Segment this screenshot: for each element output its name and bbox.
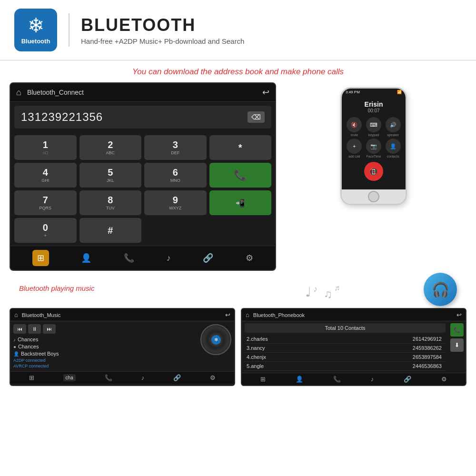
key-3[interactable]: 3DEF	[144, 135, 207, 160]
nav-phone-icon[interactable]: 📞	[124, 253, 134, 263]
phonebook-car-screen: ⌂ Bluetooth_Phonebook ↩ Total 10 Contact…	[241, 308, 466, 386]
call-button[interactable]: 📞	[209, 163, 272, 188]
phonebook-action-buttons: 📞 ⬇	[448, 321, 466, 373]
caller-info: Erisin 00:07	[346, 100, 402, 113]
music-note-4-icon: ♬	[334, 284, 340, 292]
music-bottom-nav: ⊞ cha 📞 ♪ 🔗 ⚙	[10, 371, 234, 384]
pb-home-icon[interactable]: ⌂	[246, 311, 249, 318]
pb-back-icon[interactable]: ↩	[456, 311, 462, 318]
track-1-row: ♪ Chances	[13, 337, 198, 342]
nav-grid-icon[interactable]: ⊞	[32, 250, 49, 266]
keypad: 1○□ 2ABC 3DEF * 4GHI 5JKL 6MNO 📞 7PQRS 8…	[10, 132, 275, 246]
music-notes-decoration: ♩ ♪ ♫ ♬	[221, 282, 424, 298]
bottom-section: ⌂ Bluetooth_Music ↩ ⏮ ⏸ ⏭ ♪ Chances	[0, 308, 476, 386]
header: ❄ Bluetooth BLUETOOTH Hand-free +A2DP Mu…	[0, 0, 476, 60]
artist-name: Backstreet Boys	[21, 351, 59, 357]
bottom-subtitle: Bluetooth playing music	[10, 284, 221, 292]
mute-button[interactable]: 🔇	[347, 117, 362, 132]
artist-row: 👤 Backstreet Boys	[13, 351, 198, 357]
back-icon[interactable]: ↩	[262, 87, 269, 98]
decoration-row: Bluetooth playing music ♩ ♪ ♫ ♬ 🎧	[0, 271, 476, 308]
track1-note-icon: ♪	[13, 337, 16, 342]
facetime-button[interactable]: 📷	[366, 139, 381, 154]
pb-nav-phone-icon[interactable]: 📞	[333, 376, 341, 383]
phone-number-display: 131239221356	[21, 110, 103, 124]
track1-name: Chances	[18, 337, 38, 342]
music-nav-link-icon[interactable]: 🔗	[173, 374, 181, 381]
home-icon[interactable]: ⌂	[16, 88, 21, 98]
key-5[interactable]: 5JKL	[79, 163, 142, 188]
play-pause-button[interactable]: ⏸	[28, 324, 41, 334]
music-search-input[interactable]: cha	[63, 374, 76, 381]
logo-label: Bluetooth	[21, 38, 50, 45]
page-title: BLUETOOTH	[81, 15, 244, 35]
key-9[interactable]: 9WXYZ	[144, 190, 207, 215]
pb-nav-music-icon[interactable]: ♪	[371, 376, 374, 383]
key-2[interactable]: 2ABC	[79, 135, 142, 160]
top-subtitle: You can download the address book and ma…	[0, 60, 476, 80]
main-screen-bottom-nav: ⊞ 👤 📞 ♪ 🔗 ⚙	[10, 246, 275, 270]
pb-nav-settings-icon[interactable]: ⚙	[441, 376, 447, 383]
header-subtitle: Hand-free +A2DP Music+ Pb-download and S…	[81, 37, 244, 45]
contact-row-1[interactable]: 2.charles 2614296912	[245, 335, 446, 344]
delete-button[interactable]: ⌫	[248, 111, 265, 123]
key-7[interactable]: 7PQRS	[14, 190, 77, 215]
music-home-icon[interactable]: ⌂	[14, 311, 18, 318]
call-timer: 00:07	[346, 108, 402, 113]
nav-settings-icon[interactable]: ⚙	[246, 253, 253, 263]
next-button[interactable]: ⏭	[43, 324, 56, 334]
pb-download-button[interactable]: ⬇	[450, 338, 464, 352]
prev-button[interactable]: ⏮	[13, 324, 26, 334]
phonebook-bottom-nav: ⊞ 👤 📞 ♪ 🔗 ⚙	[242, 373, 466, 385]
phone-home-bar	[342, 189, 406, 204]
key-0[interactable]: 0+	[14, 218, 77, 243]
contact-row-2[interactable]: 3.nancy 2459386262	[245, 344, 446, 353]
phonebook-screen-wrap: ⌂ Bluetooth_Phonebook ↩ Total 10 Contact…	[241, 308, 466, 386]
phone-mockup: 3:49 PM 📶 Erisin 00:07 🔇mute ⌨keypad 🔊sp…	[340, 87, 407, 205]
end-call-button[interactable]: 📵	[364, 162, 383, 181]
key-8[interactable]: 8TUV	[79, 190, 142, 215]
music-nav-settings-icon[interactable]: ⚙	[210, 374, 216, 381]
add-call-button[interactable]: +	[347, 139, 362, 154]
pb-nav-link-icon[interactable]: 🔗	[404, 376, 411, 383]
nav-music-icon[interactable]: ♪	[167, 253, 171, 263]
phone-time: 3:49 PM	[346, 90, 360, 94]
nav-contact-icon[interactable]: 👤	[81, 253, 91, 263]
pb-call-button[interactable]: 📞	[450, 323, 464, 337]
phonebook-list: Total 10 Contacts 2.charles 2614296912 3…	[242, 321, 448, 373]
phonebook-content-area: Total 10 Contacts 2.charles 2614296912 3…	[242, 321, 466, 373]
music-back-icon[interactable]: ↩	[225, 311, 230, 318]
key-1[interactable]: 1○□	[14, 135, 77, 160]
nav-link-icon[interactable]: 🔗	[203, 253, 213, 263]
keypad-button[interactable]: ⌨	[366, 117, 381, 132]
key-4[interactable]: 4GHI	[14, 163, 77, 188]
music-screen-title: Bluetooth_Music	[22, 312, 225, 318]
music-nav-grid-icon[interactable]: ⊞	[29, 374, 34, 381]
music-car-screen: ⌂ Bluetooth_Music ↩ ⏮ ⏸ ⏭ ♪ Chances	[10, 308, 235, 386]
music-playback-controls: ⏮ ⏸ ⏭	[13, 324, 198, 334]
speaker-button[interactable]: 🔊	[386, 117, 401, 132]
call-back-button[interactable]: 📲	[209, 190, 272, 215]
key-hash[interactable]: #	[79, 218, 142, 243]
contacts-button[interactable]: 👤	[386, 139, 401, 154]
track2-name: Chances	[18, 344, 39, 349]
track2-dot-icon: ●	[13, 344, 16, 349]
music-nav-phone-icon[interactable]: 📞	[105, 374, 112, 381]
pb-nav-contact-icon[interactable]: 👤	[296, 376, 303, 383]
key-6[interactable]: 6MNO	[144, 163, 207, 188]
main-demo-area: ⌂ Bluetooth_Connect ↩ 131239221356 ⌫ 1○□…	[0, 82, 476, 271]
contact-row-4[interactable]: 5.angle 2446536863	[245, 362, 446, 371]
bluetooth-headphone-icon: 🎧	[424, 273, 457, 306]
phone-home-button[interactable]	[368, 191, 379, 202]
music-note-3-icon: ♫	[324, 288, 332, 301]
track-2-row: ● Chances	[13, 344, 198, 349]
music-screen-wrap: ⌂ Bluetooth_Music ↩ ⏮ ⏸ ⏭ ♪ Chances	[10, 308, 235, 386]
screen-title: Bluetooth_Connect	[27, 89, 262, 96]
phone-call-buttons: 🔇mute ⌨keypad 🔊speaker +add call 📷FaceTi…	[346, 117, 402, 158]
header-divider	[69, 13, 69, 47]
key-star[interactable]: *	[209, 135, 272, 160]
contact-row-3[interactable]: 4.chenjx 2653897584	[245, 353, 446, 362]
pb-nav-grid-icon[interactable]: ⊞	[260, 376, 266, 383]
music-nav-music-icon[interactable]: ♪	[141, 374, 145, 381]
music-note-2-icon: ♪	[313, 284, 317, 294]
